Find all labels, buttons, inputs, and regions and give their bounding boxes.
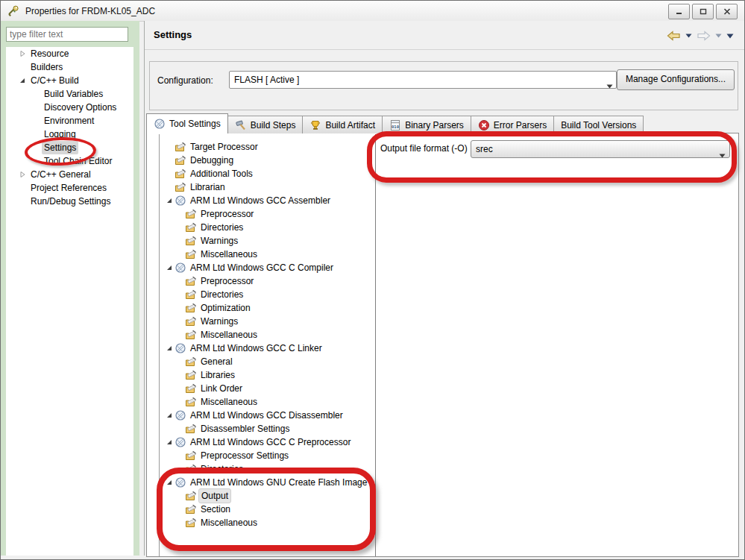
tool-tree-item-section[interactable]: Section bbox=[160, 503, 375, 516]
tool-tree-item-link-order[interactable]: Link Order bbox=[160, 382, 375, 395]
back-arrow-icon bbox=[667, 31, 681, 41]
tool-tree-item-label: Directories bbox=[198, 288, 245, 301]
tool-tree-item-target-processor[interactable]: Target Processor bbox=[160, 140, 375, 154]
tool-tree-item-directories[interactable]: Directories bbox=[160, 462, 375, 476]
tool-tree-item-preprocessor-settings[interactable]: Preprocessor Settings bbox=[160, 449, 375, 462]
sidebar-sash[interactable] bbox=[144, 21, 145, 559]
tool-tree-item-label: ARM Ltd Windows GCC Assembler bbox=[188, 194, 333, 207]
tool-tree-item-miscellaneous[interactable]: Miscellaneous bbox=[160, 248, 375, 261]
twisty-expanded[interactable] bbox=[164, 343, 175, 353]
sidebar-item-logging[interactable]: Logging bbox=[6, 128, 133, 141]
tool-tree-item-arm-ltd-windows-gcc-c-compiler[interactable]: ARM Ltd Windows GCC C Compiler bbox=[160, 261, 375, 274]
sidebar-item-settings[interactable]: Settings bbox=[6, 141, 133, 154]
close-button[interactable] bbox=[716, 4, 738, 19]
tool-tree-item-libraries[interactable]: Libraries bbox=[160, 368, 375, 382]
sidebar-item-label: Tool Chain Editor bbox=[42, 154, 114, 168]
tool-tree-item-directories[interactable]: Directories bbox=[160, 221, 375, 234]
settings-category-icon bbox=[185, 289, 197, 301]
settings-category-icon bbox=[185, 463, 197, 475]
tool-tree-item-general[interactable]: General bbox=[160, 355, 375, 368]
tool-tree-item-arm-ltd-windows-gcc-c-linker[interactable]: ARM Ltd Windows GCC C Linker bbox=[160, 342, 375, 355]
collapse-arrow-icon bbox=[164, 262, 175, 273]
manage-configurations-button[interactable]: Manage Configurations... bbox=[617, 69, 735, 90]
tool-tree-item-arm-ltd-windows-gnu-create-flash-image[interactable]: ARM Ltd Windows GNU Create Flash Image bbox=[160, 476, 375, 489]
tool-tree-item-librarian[interactable]: Librarian bbox=[160, 180, 375, 194]
tool-tree-item-label: Output bbox=[198, 488, 231, 503]
sidebar-item-label: Settings bbox=[42, 141, 78, 154]
tool-tree-item-output[interactable]: Output bbox=[160, 489, 375, 503]
tool-tree-item-optimization[interactable]: Optimization bbox=[160, 301, 375, 315]
properties-category-tree: ResourceBuildersC/C++ BuildBuild Variabl… bbox=[6, 47, 133, 559]
chevron-down-icon bbox=[719, 147, 726, 163]
sidebar-item-tool-chain-editor[interactable]: Tool Chain Editor bbox=[6, 154, 133, 168]
view-menu-button[interactable] bbox=[726, 34, 734, 39]
tool-tree-item-directories[interactable]: Directories bbox=[160, 288, 375, 301]
hammer-icon bbox=[235, 119, 247, 131]
tool-tree-item-arm-ltd-windows-gcc-assembler[interactable]: ARM Ltd Windows GCC Assembler bbox=[160, 194, 375, 207]
minimize-icon bbox=[676, 8, 683, 15]
tool-tree-item-warnings[interactable]: Warnings bbox=[160, 234, 375, 248]
twisty-expanded[interactable] bbox=[16, 75, 28, 86]
settings-category-icon bbox=[185, 450, 197, 462]
sidebar-item-environment[interactable]: Environment bbox=[6, 114, 133, 128]
twisty-expanded[interactable] bbox=[164, 262, 175, 273]
tool-tree-item-warnings[interactable]: Warnings bbox=[160, 315, 375, 328]
tab-error-parsers[interactable]: Error Parsers bbox=[471, 116, 554, 133]
twisty-expanded[interactable] bbox=[164, 437, 175, 447]
tool-tree-item-debugging[interactable]: Debugging bbox=[160, 154, 375, 167]
twisty-collapsed[interactable] bbox=[16, 169, 28, 180]
settings-category-icon bbox=[175, 181, 186, 193]
configuration-dropdown[interactable]: FLASH [ Active ] bbox=[229, 71, 617, 89]
sidebar-item-run-debug-settings[interactable]: Run/Debug Settings bbox=[6, 195, 133, 208]
collapse-arrow-icon bbox=[164, 195, 175, 206]
maximize-button[interactable] bbox=[692, 4, 714, 19]
tool-settings-tree: Target ProcessorDebuggingAdditional Tool… bbox=[159, 134, 376, 556]
tool-tree-item-miscellaneous[interactable]: Miscellaneous bbox=[160, 328, 375, 342]
settings-category-icon bbox=[175, 168, 186, 180]
tool-tree-item-arm-ltd-windows-gcc-c-preprocessor[interactable]: ARM Ltd Windows GCC C Preprocessor bbox=[160, 435, 375, 449]
tool-tree-item-label: ARM Ltd Windows GCC C Compiler bbox=[188, 261, 336, 274]
twisty-expanded[interactable] bbox=[164, 477, 175, 488]
tool-tree-item-label: Warnings bbox=[198, 234, 240, 248]
tool-tree-item-preprocessor[interactable]: Preprocessor bbox=[160, 274, 375, 288]
back-button[interactable] bbox=[667, 31, 681, 41]
settings-category-icon bbox=[185, 356, 197, 368]
tool-tree-item-preprocessor[interactable]: Preprocessor bbox=[160, 207, 375, 221]
settings-category-icon bbox=[185, 235, 197, 247]
tool-tree-item-arm-ltd-windows-gcc-disassembler[interactable]: ARM Ltd Windows GCC Disassembler bbox=[160, 409, 375, 422]
forward-arrow-icon bbox=[697, 31, 711, 41]
tool-icon bbox=[175, 436, 186, 448]
forward-menu-button[interactable] bbox=[715, 34, 722, 38]
binary-document-icon: 010 bbox=[389, 119, 401, 131]
close-icon bbox=[723, 8, 731, 15]
output-file-format-dropdown[interactable]: srec bbox=[471, 140, 730, 158]
twisty-expanded[interactable] bbox=[164, 195, 175, 206]
tool-tree-item-disassembler-settings[interactable]: Disassembler Settings bbox=[160, 422, 375, 435]
sidebar-item-c-c-build[interactable]: C/C++ Build bbox=[6, 74, 133, 87]
sidebar-item-build-variables[interactable]: Build Variables bbox=[6, 87, 133, 101]
sidebar-item-c-c-general[interactable]: C/C++ General bbox=[6, 168, 133, 181]
tool-icon bbox=[175, 342, 186, 354]
minimize-button[interactable] bbox=[668, 4, 690, 19]
tab-label: Error Parsers bbox=[494, 120, 547, 130]
forward-button[interactable] bbox=[697, 31, 711, 41]
tab-build-steps[interactable]: Build Steps bbox=[227, 116, 304, 133]
tool-tree-item-miscellaneous[interactable]: Miscellaneous bbox=[160, 395, 375, 409]
tool-tree-item-label: Miscellaneous bbox=[198, 328, 260, 342]
sidebar-item-project-references[interactable]: Project References bbox=[6, 181, 133, 195]
back-menu-button[interactable] bbox=[685, 34, 692, 38]
settings-category-icon bbox=[185, 275, 197, 287]
tab-binary-parsers[interactable]: 010Binary Parsers bbox=[382, 116, 471, 133]
tool-settings-panel: Target ProcessorDebuggingAdditional Tool… bbox=[146, 133, 739, 557]
sidebar-item-builders[interactable]: Builders bbox=[6, 60, 133, 74]
tab-tool-settings[interactable]: Tool Settings bbox=[146, 113, 228, 133]
sidebar-item-discovery-options[interactable]: Discovery Options bbox=[6, 101, 133, 114]
tool-tree-item-additional-tools[interactable]: Additional Tools bbox=[160, 167, 375, 180]
twisty-expanded[interactable] bbox=[164, 410, 175, 421]
filter-input[interactable] bbox=[6, 27, 128, 42]
sidebar-item-resource[interactable]: Resource bbox=[6, 47, 133, 60]
twisty-collapsed[interactable] bbox=[16, 48, 28, 59]
tab-build-tool-versions[interactable]: Build Tool Versions bbox=[553, 116, 644, 133]
tool-tree-item-miscellaneous[interactable]: Miscellaneous bbox=[160, 516, 375, 529]
tab-build-artifact[interactable]: Build Artifact bbox=[302, 116, 383, 133]
